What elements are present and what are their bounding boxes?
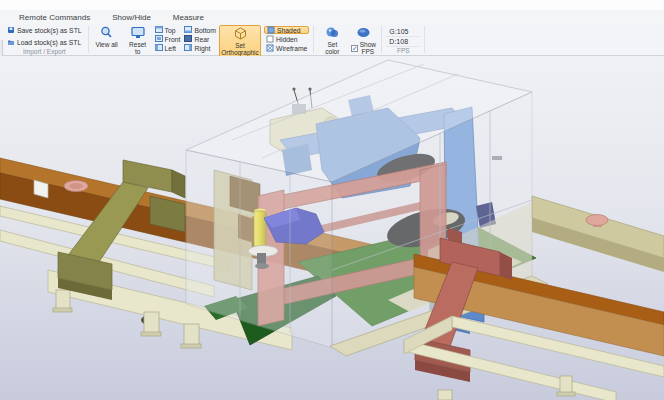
group-label-fps: FPS [386,47,420,55]
toggle-bottom-label: Bottom [194,27,216,34]
save-stl-label: Save stock(s) as STL [17,27,82,34]
door-handle [492,156,502,160]
toggle-bottom[interactable]: Bottom [184,26,216,34]
toggle-right[interactable]: Right [184,44,216,52]
group-options: Set color ✓ Show FPS Options [315,25,380,55]
set-color-label: Set color [320,41,344,55]
view-right-icon [184,44,192,52]
shaded-cube-icon [267,26,275,35]
ribbon: Save stock(s) as STL Load stock(s) as ST… [0,24,664,56]
folder-icon [7,38,15,47]
toggle-top-label: Top [165,27,176,34]
set-orthographic-label: Set Orthographic [221,42,259,56]
view-all-button[interactable]: View all [93,25,121,49]
wireframe-cube-icon [266,44,274,53]
group-view: View all Reset to default Top Front [90,25,313,55]
group-fps: G:105 D:108 FPS [383,25,423,55]
view-all-label: View all [95,41,117,48]
show-fps-button[interactable]: ✓ Show FPS [349,25,377,56]
save-icon [7,26,15,35]
toggle-right-label: Right [194,45,210,52]
view-direction-toggles: Top Front Left Bottom [155,26,216,52]
save-stl-button[interactable]: Save stock(s) as STL [5,25,84,36]
mode-wireframe-label: Wireframe [276,45,307,52]
view-top-icon [155,26,163,34]
group-label-import-export: Import / Export [5,48,84,56]
toggle-left-label: Left [165,45,176,52]
application-window: Remote Commands Show/Hide Measure Save s… [0,0,664,400]
view-left-icon [155,44,163,52]
show-fps-checkbox[interactable]: ✓ [351,45,358,52]
palette-icon [325,26,340,40]
load-stl-label: Load stock(s) as STL [17,39,81,46]
toggle-left[interactable]: Left [155,44,181,52]
side-fence [532,196,664,272]
view-bottom-icon [184,26,192,34]
group-import-export: Save stock(s) as STL Load stock(s) as ST… [2,25,87,55]
set-color-button[interactable]: Set color [318,25,346,56]
group-separator [381,26,382,53]
toggle-front[interactable]: Front [155,35,181,43]
set-orthographic-button[interactable]: Set Orthographic [219,25,261,58]
fps-display-value: D:108 [386,37,420,47]
tab-measure[interactable]: Measure [162,13,215,22]
view-rear-icon [184,35,192,43]
view-front-icon [155,35,163,43]
group-separator [424,26,425,53]
title-bar [0,0,664,10]
show-fps-label: Show FPS [360,41,376,55]
mode-wireframe[interactable]: Wireframe [264,44,309,52]
mode-shaded-label: Shaded [277,27,300,34]
render-mode-list: Shaded Hidden Wireframe [264,26,309,52]
fps-badge-icon [356,26,371,40]
load-stl-button[interactable]: Load stock(s) as STL [5,37,84,48]
mode-hidden[interactable]: Hidden [264,35,309,43]
toggle-rear[interactable]: Rear [184,35,216,43]
toggle-front-label: Front [165,36,181,43]
monitor-icon [131,26,145,40]
viewport-3d[interactable] [0,56,664,400]
mode-hidden-label: Hidden [276,36,298,43]
hidden-cube-icon [266,35,274,44]
tab-remote-commands[interactable]: Remote Commands [8,13,101,22]
magnifier-icon [100,26,113,40]
fps-gpu-value: G:105 [386,27,420,37]
toggle-top[interactable]: Top [155,26,181,34]
cube-icon [234,27,247,41]
toggle-rear-label: Rear [194,36,209,43]
fps-readout: G:105 D:108 [386,27,420,47]
group-separator [313,26,314,53]
group-separator [88,26,89,53]
mode-shaded[interactable]: Shaded [264,26,309,34]
ribbon-tab-bar: Remote Commands Show/Hide Measure [0,10,664,24]
tab-show-hide[interactable]: Show/Hide [101,13,162,22]
